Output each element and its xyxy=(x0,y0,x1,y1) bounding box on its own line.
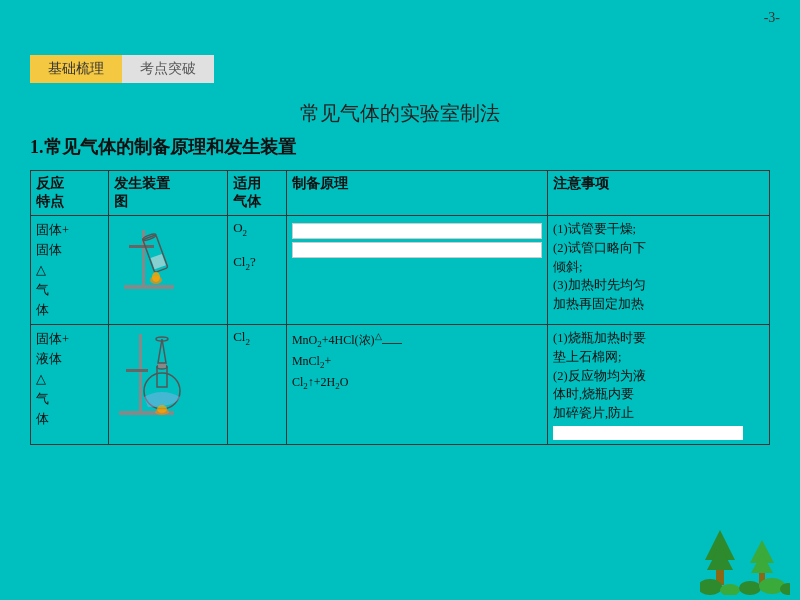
svg-point-18 xyxy=(157,405,167,413)
svg-rect-12 xyxy=(157,367,167,387)
header-device: 发生装置图 xyxy=(109,171,228,216)
svg-marker-15 xyxy=(158,339,166,363)
decoration-trees xyxy=(700,525,790,595)
svg-point-26 xyxy=(720,584,740,595)
gas-type-2: Cl2 xyxy=(228,325,287,445)
notes-1: (1)试管要干燥; (2)试管口略向下 倾斜; (3)加热时先均匀 加热再固定加… xyxy=(548,216,770,325)
table-row: 固体+液体△气体 xyxy=(31,325,770,445)
gas-type-1: O2 Cl2? xyxy=(228,216,287,325)
page-number: -3- xyxy=(764,10,780,26)
tab-basics[interactable]: 基础梳理 xyxy=(30,55,122,83)
notes-2: (1)烧瓶加热时要 垫上石棉网; (2)反应物均为液 体时,烧瓶内要 加碎瓷片,… xyxy=(548,325,770,445)
header-gas: 适用气体 xyxy=(228,171,287,216)
device-image-1 xyxy=(109,216,228,325)
header-reaction: 反应特点 xyxy=(31,171,109,216)
device-image-2 xyxy=(109,325,228,445)
table-container: 反应特点 发生装置图 适用气体 制备原理 注意事项 固体+固体△气体 xyxy=(30,170,770,580)
reaction-type-1: 固体+固体△气体 xyxy=(31,216,109,325)
table-header-row: 反应特点 发生装置图 适用气体 制备原理 注意事项 xyxy=(31,171,770,216)
svg-rect-10 xyxy=(126,369,148,372)
header-principle: 制备原理 xyxy=(286,171,547,216)
reaction-type-2: 固体+液体△气体 xyxy=(31,325,109,445)
tab-keypoints[interactable]: 考点突破 xyxy=(122,55,214,83)
principle-box-1b xyxy=(292,242,542,258)
table-row: 固体+固体△气体 xyxy=(31,216,770,325)
section-title: 1.常见气体的制备原理和发生装置 xyxy=(30,135,296,159)
main-title: 常见气体的实验室制法 xyxy=(0,100,800,127)
principle-1 xyxy=(286,216,547,325)
header-notes: 注意事项 xyxy=(548,171,770,216)
principle-box-1a xyxy=(292,223,542,239)
svg-rect-0 xyxy=(124,285,174,289)
principle-2: MnO2+4HCl(浓)△ MnCl2+ Cl2↑+2H2O xyxy=(286,325,547,445)
svg-point-7 xyxy=(152,272,160,282)
content-table: 反应特点 发生装置图 适用气体 制备原理 注意事项 固体+固体△气体 xyxy=(30,170,770,445)
svg-rect-2 xyxy=(129,245,154,248)
tabs-container: 基础梳理 考点突破 xyxy=(30,55,214,83)
svg-rect-9 xyxy=(139,334,142,413)
svg-point-27 xyxy=(739,581,761,595)
